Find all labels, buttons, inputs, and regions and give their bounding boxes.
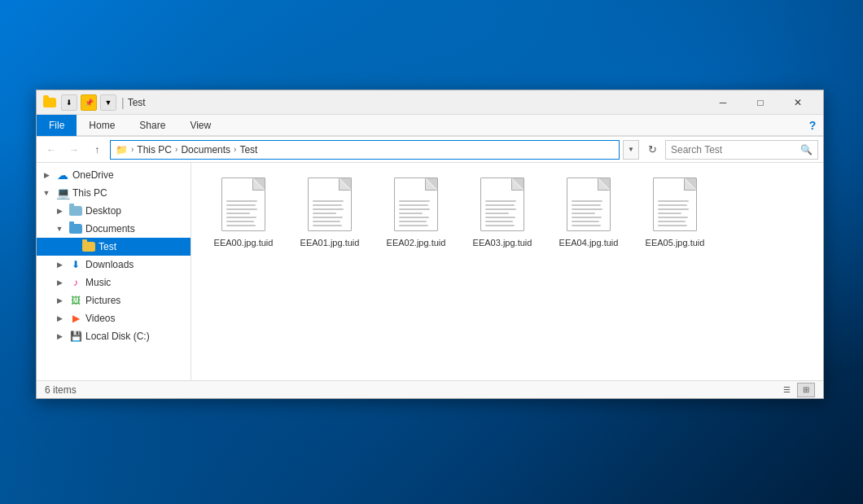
file-icon-0 xyxy=(217,175,269,234)
file-name-5: EEA05.jpg.tuid xyxy=(646,237,705,248)
breadcrumb-icon: 📁 xyxy=(116,144,128,156)
file-item-1[interactable]: EEA01.jpg.tuid xyxy=(291,171,369,252)
this-pc-icon: 💻 xyxy=(55,186,70,199)
search-box[interactable]: 🔍 xyxy=(665,140,818,160)
sidebar-item-test[interactable]: Test xyxy=(37,238,191,256)
pictures-folder-icon: 🖼 xyxy=(68,294,83,307)
sidebar-item-pictures[interactable]: 🖼 Pictures xyxy=(37,291,191,309)
help-button[interactable]: ? xyxy=(802,115,823,136)
sidebar-item-documents[interactable]: Documents xyxy=(37,220,191,238)
doc-icon-2 xyxy=(394,177,438,231)
doc-icon-0 xyxy=(221,177,265,231)
file-item-5[interactable]: EEA05.jpg.tuid xyxy=(636,171,714,252)
sidebar-item-desktop[interactable]: Desktop xyxy=(37,202,191,220)
details-view-button[interactable]: ☰ xyxy=(778,383,795,397)
sidebar-item-local-disk[interactable]: 💾 Local Disk (C:) xyxy=(37,327,191,345)
breadcrumb-sep-2: › xyxy=(234,145,236,154)
file-icon-2 xyxy=(390,175,442,234)
sidebar-label-pictures: Pictures xyxy=(85,295,120,306)
large-icons-view-button[interactable]: ⊞ xyxy=(797,383,815,397)
breadcrumb-test[interactable]: Test xyxy=(239,144,257,156)
status-bar: 6 items ☰ ⊞ xyxy=(37,380,823,398)
search-icon[interactable]: 🔍 xyxy=(800,144,813,156)
expand-this-pc[interactable] xyxy=(40,186,53,199)
sidebar-label-downloads: Downloads xyxy=(85,259,134,270)
quick-access-btn-2[interactable]: 📌 xyxy=(81,94,97,111)
tab-home[interactable]: Home xyxy=(77,115,127,136)
view-buttons: ☰ ⊞ xyxy=(778,383,815,397)
close-button[interactable]: ✕ xyxy=(779,90,817,115)
address-breadcrumb[interactable]: 📁 › This PC › Documents › Test xyxy=(110,140,620,160)
desktop-folder-icon xyxy=(68,204,83,217)
search-input[interactable] xyxy=(671,144,800,156)
window-controls: ─ □ ✕ xyxy=(704,90,817,115)
expand-music[interactable] xyxy=(53,276,66,289)
expand-downloads[interactable] xyxy=(53,258,66,271)
file-name-4: EEA04.jpg.tuid xyxy=(559,237,619,248)
file-icon-1 xyxy=(304,175,356,234)
ribbon: File Home Share View ? xyxy=(37,115,823,137)
sidebar-item-onedrive[interactable]: ☁ OneDrive xyxy=(37,166,191,184)
sidebar-item-this-pc[interactable]: 💻 This PC xyxy=(37,184,191,202)
forward-button[interactable]: → xyxy=(64,140,84,160)
up-button[interactable]: ↑ xyxy=(87,140,107,160)
file-item-2[interactable]: EEA02.jpg.tuid xyxy=(377,171,455,252)
title-separator: | xyxy=(121,96,125,109)
downloads-folder-icon: ⬇ xyxy=(68,258,83,271)
file-item-4[interactable]: EEA04.jpg.tuid xyxy=(550,171,628,252)
expand-pictures[interactable] xyxy=(53,294,66,307)
sidebar-item-music[interactable]: ♪ Music xyxy=(37,274,191,291)
tab-view[interactable]: View xyxy=(177,115,223,136)
expand-local-disk[interactable] xyxy=(53,330,66,343)
breadcrumb-documents[interactable]: Documents xyxy=(181,144,230,156)
file-item-0[interactable]: EEA00.jpg.tuid xyxy=(204,171,283,252)
quick-access-btn-3[interactable]: ▼ xyxy=(100,94,116,111)
file-icon-3 xyxy=(476,175,528,234)
tab-share[interactable]: Share xyxy=(127,115,177,136)
test-folder-icon xyxy=(81,240,96,253)
doc-icon-1 xyxy=(308,177,352,231)
refresh-button[interactable]: ↻ xyxy=(642,140,662,160)
sidebar-item-videos[interactable]: ▶ Videos xyxy=(37,309,191,327)
expand-test xyxy=(66,240,79,253)
documents-folder-icon xyxy=(68,222,83,235)
file-content-area: EEA00.jpg.tuid xyxy=(191,163,823,380)
sidebar-label-documents: Documents xyxy=(85,223,135,234)
title-bar: ⬇ 📌 ▼ | Test ─ □ ✕ xyxy=(37,90,823,115)
onedrive-icon: ☁ xyxy=(55,169,70,182)
expand-onedrive[interactable] xyxy=(40,169,53,182)
breadcrumb-sep-0: › xyxy=(131,145,134,154)
tab-file[interactable]: File xyxy=(37,115,77,136)
drive-icon: 💾 xyxy=(68,330,83,343)
doc-icon-4 xyxy=(567,177,611,231)
window-title: Test xyxy=(128,97,704,108)
expand-videos[interactable] xyxy=(53,312,66,325)
sidebar-label-desktop: Desktop xyxy=(85,205,121,217)
music-folder-icon: ♪ xyxy=(68,276,83,289)
explorer-window: ⬇ 📌 ▼ | Test ─ □ ✕ File Home Share View … xyxy=(36,90,824,399)
ribbon-tabs: File Home Share View ? xyxy=(37,115,823,136)
minimize-button[interactable]: ─ xyxy=(704,90,742,115)
sidebar-item-downloads[interactable]: ⬇ Downloads xyxy=(37,256,191,274)
back-button[interactable]: ← xyxy=(42,140,61,160)
title-folder-icon xyxy=(43,96,56,109)
sidebar-label-videos: Videos xyxy=(85,313,115,324)
sidebar: ☁ OneDrive 💻 This PC Desktop xyxy=(37,163,191,380)
sidebar-label-onedrive: OneDrive xyxy=(72,169,114,181)
doc-icon-5 xyxy=(653,177,697,231)
file-name-0: EEA00.jpg.tuid xyxy=(214,237,274,248)
file-item-3[interactable]: EEA03.jpg.tuid xyxy=(463,171,541,252)
expand-desktop[interactable] xyxy=(53,204,66,217)
main-area: ☁ OneDrive 💻 This PC Desktop xyxy=(37,163,823,380)
file-name-3: EEA03.jpg.tuid xyxy=(473,237,532,248)
address-dropdown-button[interactable]: ▼ xyxy=(623,140,639,160)
videos-folder-icon: ▶ xyxy=(68,312,83,325)
file-name-1: EEA01.jpg.tuid xyxy=(300,237,360,248)
doc-icon-3 xyxy=(480,177,524,231)
quick-access-btn-1[interactable]: ⬇ xyxy=(61,94,77,111)
breadcrumb-this-pc[interactable]: This PC xyxy=(137,144,172,156)
maximize-button[interactable]: □ xyxy=(742,90,779,115)
address-bar: ← → ↑ 📁 › This PC › Documents › Test ▼ ↻… xyxy=(37,137,823,163)
expand-documents[interactable] xyxy=(53,222,66,235)
sidebar-label-music: Music xyxy=(85,277,111,288)
